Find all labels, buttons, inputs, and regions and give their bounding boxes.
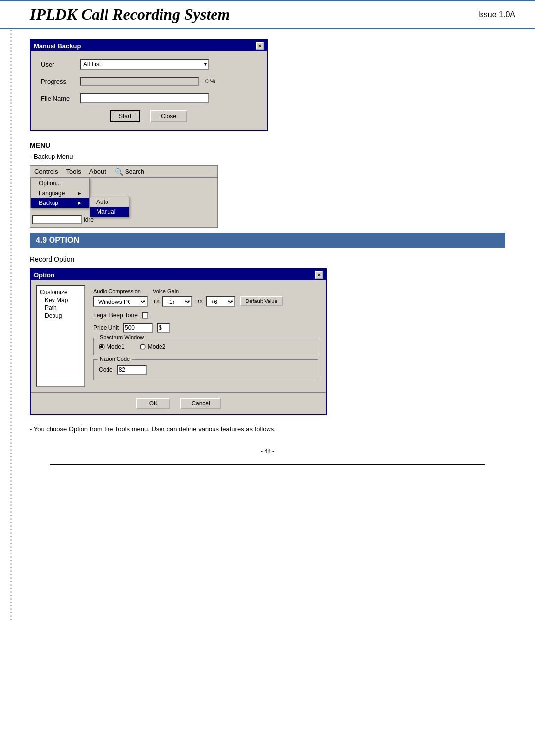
menu-section-title: MENU (30, 141, 505, 149)
progress-input-area: 0 % (80, 77, 257, 86)
rx-select-wrapper[interactable]: +6dB (206, 296, 235, 307)
backup-submenu: Auto Manual (90, 197, 129, 217)
left-decoration (9, 30, 13, 726)
progress-label: Progress (41, 78, 80, 85)
record-option-label: Record Option (30, 255, 505, 263)
cancel-button[interactable]: Cancel (180, 398, 220, 409)
price-unit-input[interactable] (123, 323, 153, 333)
mode1-radio[interactable] (99, 344, 105, 350)
code-label: Code (99, 366, 113, 373)
menu-tools[interactable]: Tools (62, 167, 85, 176)
mode2-radio[interactable] (140, 344, 146, 350)
page-header: IPLDK Call Recording System Issue 1.0A (0, 0, 535, 29)
tx-select-wrapper[interactable]: -1dB (162, 296, 192, 307)
menu-controls[interactable]: Controls (30, 167, 62, 176)
user-row: User All List (41, 59, 257, 70)
nation-code-group: Nation Code Code (93, 359, 318, 380)
option-main: Audio Compression Windows PCM Voice Gain… (90, 285, 321, 387)
file-name-label: File Name (41, 95, 80, 102)
beep-label: Legal Beep Tone (93, 312, 138, 319)
dialog-buttons: Start Close (41, 110, 257, 122)
content-area: Manual Backup × User All List (0, 29, 535, 475)
tree-path[interactable]: Path (39, 304, 82, 312)
tree-debug[interactable]: Debug (39, 312, 82, 320)
option-dialog-title-bar: Option × (31, 269, 326, 280)
language-menu-item[interactable]: Language ▶ (31, 188, 89, 198)
menu-simulation: Controls Tools About 🔍 Search Option... … (30, 165, 218, 228)
start-button[interactable]: Start (110, 110, 140, 122)
voice-gain-inputs: TX -1dB RX +6dB (153, 296, 235, 307)
nation-row: Code (99, 363, 313, 377)
page-container: IPLDK Call Recording System Issue 1.0A M… (0, 0, 535, 756)
spectrum-window-group: Spectrum Window Mode1 Mode2 (93, 338, 318, 355)
mode2-label: Mode2 (148, 343, 166, 350)
ok-button[interactable]: OK (136, 398, 170, 409)
user-input-area: All List (80, 59, 257, 70)
dialog-close-button[interactable]: × (256, 42, 264, 50)
tx-select[interactable]: -1dB (162, 296, 192, 307)
user-select-wrapper[interactable]: All List (80, 59, 209, 70)
bottom-line (50, 464, 485, 465)
voice-gain-col: Voice Gain TX -1dB RX (153, 288, 235, 307)
price-row: Price Unit (93, 323, 318, 333)
price-unit-label: Price Unit (93, 324, 119, 331)
search-icon: 🔍 (115, 168, 123, 176)
file-name-input[interactable] (80, 93, 209, 103)
menu-bar: Controls Tools About 🔍 Search (30, 166, 217, 178)
option-dialog-buttons: OK Cancel (31, 392, 326, 414)
search-area: 🔍 Search (115, 167, 144, 176)
user-label: User (41, 61, 80, 68)
page-title: IPLDK Call Recording System (30, 5, 230, 24)
bottom-note: - You choose Option from the Tools menu.… (30, 425, 505, 433)
option-dialog-body: Customize Key Map Path Debug Audio Compr… (31, 280, 326, 392)
audio-compression-select[interactable]: Windows PCM (93, 296, 148, 307)
currency-input[interactable] (157, 323, 170, 333)
tree-customize[interactable]: Customize (39, 288, 82, 296)
beep-row: Legal Beep Tone (93, 312, 318, 319)
user-select[interactable]: All List (80, 59, 209, 70)
dialog-body: User All List Progress 0 % (31, 51, 267, 130)
audio-compression-label: Audio Compression (93, 288, 148, 294)
rx-select[interactable]: +6dB (206, 296, 235, 307)
menu-sub-title: - Backup Menu (30, 153, 505, 160)
address-box (32, 215, 82, 224)
mode1-label: Mode1 (107, 343, 125, 350)
auto-menu-item[interactable]: Auto (90, 197, 129, 207)
manual-menu-item[interactable]: Manual (90, 207, 129, 217)
spectrum-window-legend: Spectrum Window (98, 334, 146, 340)
option-dialog-close-button[interactable]: × (315, 271, 323, 279)
option-tree: Customize Key Map Path Debug (36, 285, 85, 387)
search-label: Search (125, 168, 144, 175)
progress-bar (80, 77, 199, 86)
option-menu-item[interactable]: Option... (31, 178, 89, 188)
backup-menu-item[interactable]: Backup ▶ (31, 198, 89, 208)
menu-content-area: Option... Language ▶ Backup ▶ Auto Manua… (30, 178, 217, 227)
tx-label: TX (153, 299, 160, 304)
backup-arrow: ▶ (78, 201, 81, 205)
progress-row: Progress 0 % (41, 77, 257, 86)
close-button[interactable]: Close (150, 110, 187, 122)
mode1-radio-item: Mode1 (99, 343, 125, 350)
controls-dropdown: Option... Language ▶ Backup ▶ (30, 178, 90, 208)
dialog-title: Manual Backup (34, 42, 81, 50)
menu-about[interactable]: About (85, 167, 110, 176)
default-value-button[interactable]: Default Value (240, 296, 282, 306)
mode2-radio-item: Mode2 (140, 343, 166, 350)
dialog-title-bar: Manual Backup × (31, 40, 267, 51)
issue-label: Issue 1.0A (478, 10, 515, 19)
rx-label: RX (195, 299, 203, 304)
audio-compression-select-wrapper[interactable]: Windows PCM (93, 296, 148, 307)
nation-code-legend: Nation Code (98, 356, 132, 362)
address-label: idre (84, 216, 94, 223)
manual-backup-dialog: Manual Backup × User All List (30, 39, 268, 131)
file-name-row: File Name (41, 93, 257, 103)
audio-compression-col: Audio Compression Windows PCM (93, 288, 148, 307)
page-number: - 48 - (30, 448, 505, 454)
voice-gain-label: Voice Gain (153, 288, 235, 294)
code-input[interactable] (117, 365, 147, 375)
address-row: idre (30, 214, 96, 225)
audio-section: Audio Compression Windows PCM Voice Gain… (93, 288, 318, 307)
beep-checkbox[interactable] (142, 312, 148, 319)
option-dialog-title: Option (34, 271, 54, 279)
tree-key-map[interactable]: Key Map (39, 296, 82, 304)
